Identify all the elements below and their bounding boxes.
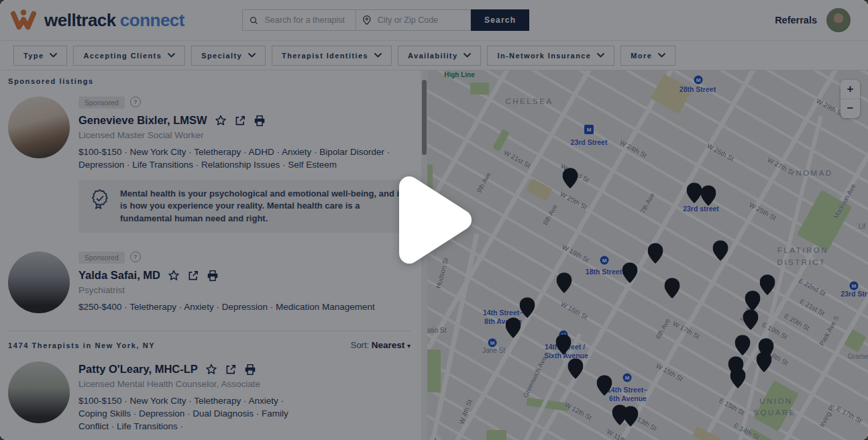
app: welltrackconnect Search Referrals TypeAc…: [0, 0, 868, 440]
video-play-button[interactable]: [394, 173, 475, 267]
